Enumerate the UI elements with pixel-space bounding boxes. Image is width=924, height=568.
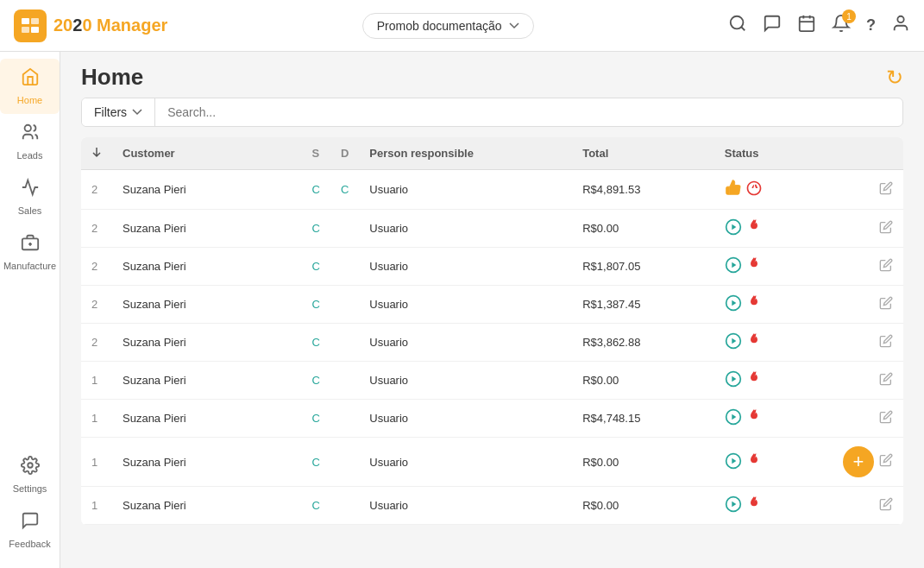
cell-d: [330, 248, 359, 286]
col-header-d: D: [330, 137, 359, 170]
svg-marker-25: [732, 376, 736, 382]
cell-customer: Suzana Pieri: [112, 248, 301, 286]
edit-button[interactable]: [879, 220, 893, 237]
cell-person: Usuario: [359, 487, 572, 525]
help-icon-btn[interactable]: ?: [866, 16, 876, 35]
cell-s: C: [301, 248, 330, 286]
cell-d: [330, 286, 359, 324]
svg-point-10: [897, 16, 903, 22]
svg-marker-23: [732, 338, 736, 344]
sidebar-item-manufacture[interactable]: Manufacture: [0, 224, 60, 280]
svg-rect-1: [31, 18, 39, 24]
logo-text: 2020 Manager: [53, 16, 167, 35]
table-row: 2 Suzana Pieri C Usuario R$0.00: [81, 210, 903, 248]
cell-s: C: [301, 438, 330, 487]
refresh-button[interactable]: ↻: [886, 66, 903, 90]
edit-button[interactable]: [879, 334, 893, 351]
sidebar-item-settings[interactable]: Settings: [0, 447, 60, 502]
search-input[interactable]: [155, 98, 902, 126]
sidebar-item-feedback[interactable]: Feedback: [0, 502, 60, 558]
home-icon: [21, 67, 40, 92]
cell-customer: Suzana Pieri: [112, 170, 301, 210]
table-container: Customer S D Person responsible Total St…: [81, 137, 903, 568]
fire-icon: [745, 294, 763, 314]
edit-button[interactable]: [879, 181, 893, 199]
cell-status: [714, 487, 833, 525]
svg-marker-21: [732, 300, 736, 306]
col-header-sort[interactable]: [81, 137, 112, 170]
play-circle-icon: [725, 332, 742, 352]
sidebar-home-label: Home: [17, 95, 42, 105]
cell-total: R$4,748.15: [572, 400, 714, 438]
cell-customer: Suzana Pieri: [112, 286, 301, 324]
cell-d: [330, 210, 359, 248]
edit-button[interactable]: [879, 258, 893, 275]
cell-person: Usuario: [359, 324, 572, 362]
sidebar-item-sales[interactable]: Sales: [0, 169, 60, 224]
fire-icon: [745, 256, 763, 276]
table-row: 2 Suzana Pieri C Usuario R$3,862.88: [81, 324, 903, 362]
cell-s: C: [301, 286, 330, 324]
cell-status: [714, 362, 833, 400]
filters-button[interactable]: Filters: [82, 98, 155, 126]
svg-rect-0: [22, 18, 29, 24]
svg-marker-31: [732, 502, 736, 508]
cell-num: 1: [81, 400, 112, 438]
table-row: 2 Suzana Pieri C Usuario R$1,807.05: [81, 248, 903, 286]
sidebar-manufacture-label: Manufacture: [3, 261, 56, 271]
play-circle-icon: [725, 495, 742, 515]
col-header-actions: [833, 137, 903, 170]
cell-total: R$1,807.05: [572, 248, 714, 286]
page-header: Home ↻: [60, 52, 924, 98]
edit-button[interactable]: [879, 453, 893, 470]
sidebar-item-home[interactable]: Home: [0, 59, 60, 114]
header-center: Promob documentação: [167, 13, 728, 39]
play-circle-icon: [725, 218, 742, 238]
col-header-status: Status: [714, 137, 833, 170]
sidebar-leads-label: Leads: [17, 150, 43, 161]
cell-actions: [833, 324, 903, 362]
edit-button[interactable]: [879, 410, 893, 427]
search-icon-btn[interactable]: [728, 14, 747, 37]
sidebar-item-leads[interactable]: Leads: [0, 114, 60, 169]
calendar-icon-btn[interactable]: [797, 14, 816, 37]
cell-d: [330, 487, 359, 525]
bell-icon-btn[interactable]: 1: [832, 14, 851, 37]
svg-point-15: [28, 463, 33, 468]
cell-status: [714, 400, 833, 438]
cell-d: C: [330, 170, 359, 210]
cell-customer: Suzana Pieri: [112, 324, 301, 362]
status-icons: [725, 408, 822, 428]
status-icons: [725, 256, 822, 276]
play-circle-icon: [725, 452, 742, 472]
edit-button[interactable]: [879, 372, 893, 389]
status-icons: [725, 495, 822, 515]
cell-customer: Suzana Pieri: [112, 487, 301, 525]
add-button[interactable]: +: [843, 446, 874, 477]
fire-icon: [745, 370, 763, 390]
chat-icon-btn[interactable]: [763, 14, 782, 37]
cell-actions: [833, 248, 903, 286]
status-icons: [725, 370, 822, 390]
logo: 2020 Manager: [14, 9, 167, 42]
sort-down-icon: [91, 146, 102, 158]
cell-total: R$4,891.53: [572, 170, 714, 210]
filter-bar: Filters: [81, 98, 903, 127]
user-icon-btn[interactable]: [891, 14, 910, 37]
edit-button[interactable]: [879, 296, 893, 313]
edit-button[interactable]: [879, 497, 893, 514]
status-icons: [725, 294, 822, 314]
cell-actions: [833, 487, 903, 525]
cell-status: [714, 210, 833, 248]
cell-actions: [833, 170, 903, 210]
svg-marker-29: [732, 458, 736, 464]
status-icons: [725, 332, 822, 352]
col-header-customer: Customer: [112, 137, 301, 170]
cell-s: C: [301, 362, 330, 400]
cell-s: C: [301, 400, 330, 438]
cell-person: Usuario: [359, 400, 572, 438]
table-row: 1 Suzana Pieri C Usuario R$0.00: [81, 362, 903, 400]
workspace-dropdown[interactable]: Promob documentação: [362, 13, 534, 39]
settings-icon: [21, 456, 40, 480]
col-header-person: Person responsible: [359, 137, 572, 170]
